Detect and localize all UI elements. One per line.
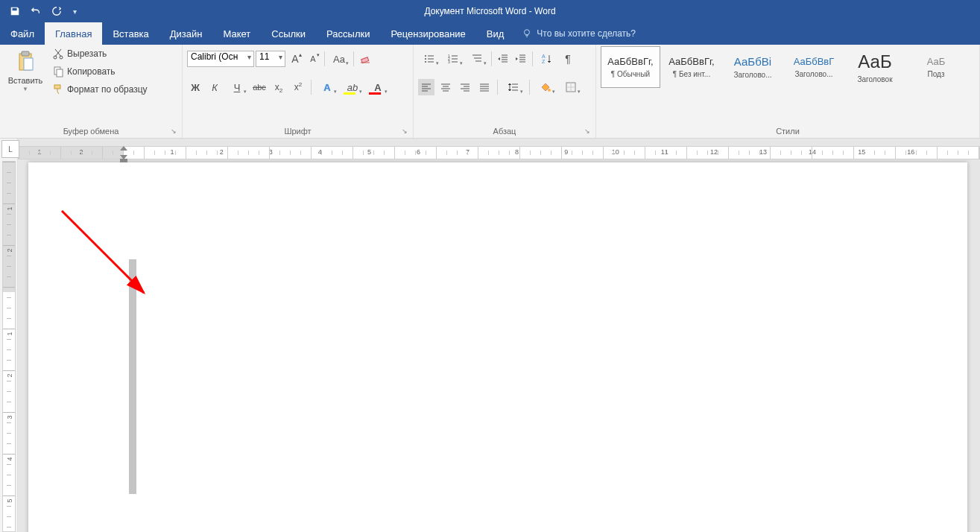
svg-rect-8 <box>54 85 60 89</box>
tab-review[interactable]: Рецензирование <box>380 22 475 45</box>
svg-line-20 <box>62 211 144 293</box>
group-paragraph: ▾ 123▾ ▾ AZ ¶ ▾ ▾ ▾ Абза <box>414 45 596 138</box>
tab-layout[interactable]: Макет <box>212 22 261 45</box>
cut-button[interactable]: Вырезать <box>49 46 151 61</box>
ruler-tick-label: 6 <box>417 148 420 156</box>
ruler-tick-label: 12 <box>710 148 718 156</box>
style-label: Подз <box>928 70 945 78</box>
font-name-combo[interactable]: Calibri (Осн <box>187 51 254 67</box>
text-effects-button[interactable]: A▾ <box>316 79 338 95</box>
tab-insert[interactable]: Вставка <box>102 22 159 45</box>
first-line-indent-marker[interactable] <box>120 146 127 151</box>
page[interactable] <box>28 162 967 532</box>
workspace: L 21123456 2112345678910111213141516 <box>0 139 980 532</box>
align-center-button[interactable] <box>437 79 454 95</box>
decrease-indent-button[interactable] <box>495 51 511 67</box>
bullets-button[interactable]: ▾ <box>418 51 440 67</box>
svg-text:A: A <box>542 54 546 59</box>
numbering-button[interactable]: 123▾ <box>442 51 464 67</box>
justify-button[interactable] <box>476 79 493 95</box>
left-indent-marker[interactable] <box>120 159 127 162</box>
change-case-button[interactable]: Aa▾ <box>328 51 350 67</box>
style-card-3[interactable]: АаБбВвГЗаголово... <box>784 46 844 88</box>
tab-stop-selector[interactable]: L <box>1 140 19 158</box>
italic-button[interactable]: К <box>206 79 223 95</box>
undo-button[interactable] <box>27 2 45 20</box>
svg-point-11 <box>425 58 426 60</box>
sort-icon: AZ <box>541 53 553 65</box>
bucket-icon <box>540 81 551 93</box>
increase-indent-button[interactable] <box>513 51 529 67</box>
sort-button[interactable]: AZ <box>536 51 558 67</box>
qat-customize-button[interactable]: ▾ <box>69 2 80 20</box>
style-preview: АаБбВвГг, <box>607 56 653 67</box>
bold-button[interactable]: Ж <box>187 79 203 95</box>
document-scroll-area[interactable]: 2112345678910111213141516 <box>18 139 980 532</box>
tab-view[interactable]: Вид <box>476 22 515 45</box>
group-clipboard: Вставить ▼ Вырезать Копировать Формат по… <box>0 45 183 138</box>
shrink-font-button[interactable]: A▾ <box>305 51 321 67</box>
clear-formatting-button[interactable] <box>357 51 373 67</box>
align-right-icon <box>459 81 471 93</box>
copy-button[interactable]: Копировать <box>49 64 151 79</box>
strikethrough-button[interactable]: abc <box>251 79 268 95</box>
style-card-0[interactable]: АаБбВвГг,¶ Обычный <box>601 46 660 88</box>
bullets-icon <box>423 53 435 65</box>
tab-file[interactable]: Файл <box>0 22 45 45</box>
style-card-1[interactable]: АаБбВвГг,¶ Без инт... <box>662 46 721 88</box>
align-right-button[interactable] <box>457 79 473 95</box>
font-launcher[interactable]: ↘ <box>399 126 410 136</box>
save-button[interactable] <box>6 2 24 20</box>
ruler-tick-label: 2 <box>6 373 13 377</box>
paste-button[interactable]: Вставить ▼ <box>4 46 46 97</box>
borders-button[interactable]: ▾ <box>560 79 582 95</box>
redo-button[interactable] <box>48 2 66 20</box>
underline-button[interactable]: Ч▾ <box>226 79 248 95</box>
font-size-combo[interactable]: 11 <box>256 51 285 67</box>
paragraph-launcher[interactable]: ↘ <box>582 126 592 136</box>
tab-design[interactable]: Дизайн <box>159 22 213 45</box>
ruler-tick-label: 2 <box>220 148 224 156</box>
line-spacing-button[interactable]: ▾ <box>502 79 525 95</box>
tab-references[interactable]: Ссылки <box>261 22 316 45</box>
ruler-tick-label: 11 <box>661 148 668 156</box>
style-card-2[interactable]: АаБбВіЗаголово... <box>723 46 783 88</box>
group-font: Calibri (Осн 11 A▴ A▾ Aa▾ Ж К Ч▾ abc x2 … <box>183 45 414 138</box>
svg-rect-2 <box>22 51 29 56</box>
style-card-4[interactable]: АаБЗаголовок <box>845 46 905 88</box>
annotation-arrow <box>58 207 155 304</box>
subscript-button[interactable]: x2 <box>271 79 287 95</box>
eraser-icon <box>359 53 371 65</box>
lightbulb-icon <box>522 28 532 39</box>
style-card-5[interactable]: АаБПодз <box>906 46 966 88</box>
copy-icon <box>52 66 64 77</box>
tab-home[interactable]: Главная <box>45 22 102 45</box>
shading-button[interactable]: ▾ <box>534 79 557 95</box>
svg-point-10 <box>425 55 426 57</box>
style-preview: АаБбВі <box>734 55 771 68</box>
style-label: Заголово... <box>734 71 772 79</box>
ruler-tick-label: 9 <box>564 148 568 156</box>
multilevel-list-button[interactable]: ▾ <box>466 51 488 67</box>
vertical-ruler[interactable]: 21123456 <box>0 139 18 532</box>
tell-me-search[interactable]: Что вы хотите сделать? <box>514 22 643 45</box>
font-color-button[interactable]: A▾ <box>367 79 389 95</box>
outdent-icon <box>497 53 509 65</box>
align-left-button[interactable] <box>418 79 434 95</box>
tab-mailings[interactable]: Рассылки <box>316 22 380 45</box>
align-left-icon <box>420 81 432 93</box>
superscript-button[interactable]: x2 <box>290 79 306 95</box>
format-painter-button[interactable]: Формат по образцу <box>49 82 151 97</box>
ruler-tick-label: 3 <box>6 415 13 419</box>
highlight-color-button[interactable]: ab▾ <box>341 79 364 95</box>
svg-rect-9 <box>361 57 369 63</box>
cut-icon <box>52 48 64 60</box>
grow-font-button[interactable]: A▴ <box>287 51 303 67</box>
justify-icon <box>478 81 490 93</box>
clipboard-launcher[interactable]: ↘ <box>168 126 179 136</box>
style-preview: АаБбВвГг, <box>668 56 714 67</box>
ribbon-tabs: Файл Главная Вставка Дизайн Макет Ссылки… <box>0 22 980 45</box>
format-painter-label: Формат по образцу <box>67 84 148 95</box>
show-marks-button[interactable]: ¶ <box>560 51 576 67</box>
horizontal-ruler[interactable]: 2112345678910111213141516 <box>18 146 980 159</box>
